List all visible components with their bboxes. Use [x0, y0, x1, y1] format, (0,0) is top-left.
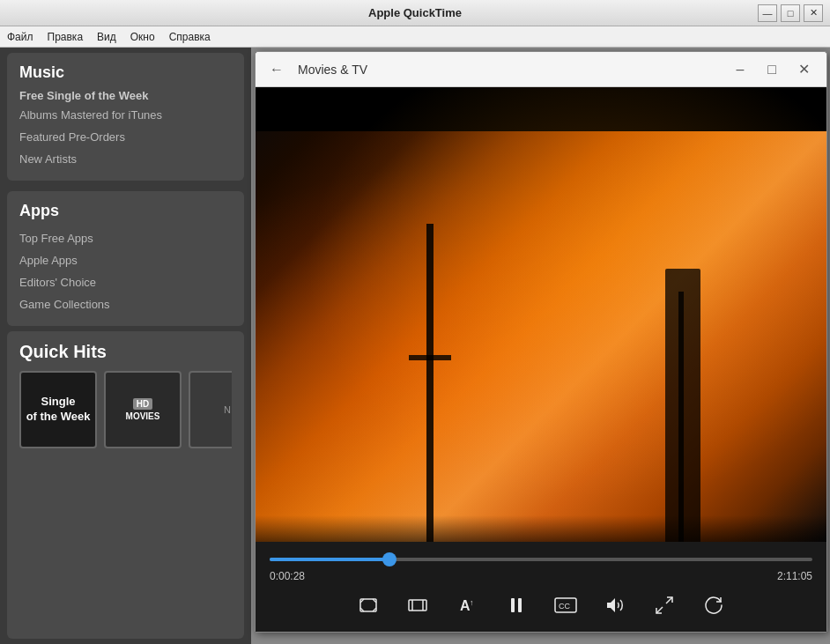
featured-preorders-link[interactable]: Featured Pre-Orders	[19, 126, 232, 148]
app-title: Apple QuickTime	[368, 6, 462, 19]
single-line2: of the Week	[26, 410, 91, 425]
progress-fill	[270, 558, 389, 561]
current-time: 0:00:28	[270, 570, 305, 582]
player-window: ← Movies & TV – □ ✕	[255, 51, 827, 633]
svg-rect-6	[511, 598, 515, 612]
maximize-button[interactable]: □	[781, 4, 800, 22]
window-controls: — □ ✕	[758, 4, 823, 22]
albums-mastered-link[interactable]: Albums Mastered for iTunes	[19, 104, 232, 126]
new-artists-link[interactable]: New Artists	[19, 148, 232, 170]
tower-left-arm	[409, 355, 451, 360]
tower-left	[426, 224, 434, 542]
video-area	[256, 87, 826, 542]
editors-choice-link[interactable]: Editors' Choice	[19, 271, 232, 293]
player-close-button[interactable]: ✕	[791, 60, 816, 79]
apps-section: Apps Top Free Apps Apple Apps Editors' C…	[7, 191, 244, 326]
main-layout: Music Free Single of the Week Albums Mas…	[0, 48, 830, 644]
video-bottom-bar	[256, 515, 826, 542]
replay-button[interactable]	[698, 589, 730, 621]
progress-bar-container[interactable]	[270, 551, 812, 568]
sidebar: Music Free Single of the Week Albums Mas…	[0, 48, 251, 644]
single-of-week-tile[interactable]: Single of the Week	[19, 371, 97, 448]
trim-button[interactable]	[402, 589, 434, 621]
svg-text:CC: CC	[559, 602, 570, 611]
hd-badge: HD	[133, 398, 152, 410]
hd-movies-tile[interactable]: HD MOVIES	[104, 371, 182, 448]
svg-line-11	[666, 597, 672, 603]
video-frame	[256, 87, 826, 542]
controls-area: 0:00:28 2:11:05	[256, 542, 826, 632]
free-single-link[interactable]: Free Single of the Week	[19, 89, 232, 102]
svg-rect-7	[518, 598, 522, 612]
progress-thumb[interactable]	[382, 552, 396, 566]
minimize-button[interactable]: —	[758, 4, 777, 22]
svg-line-12	[656, 607, 663, 613]
player-minimize-button[interactable]: –	[728, 60, 752, 79]
title-bar: Apple QuickTime — □ ✕	[0, 0, 830, 26]
apps-title: Apps	[19, 202, 232, 220]
music-title: Music	[19, 63, 232, 82]
apple-apps-link[interactable]: Apple Apps	[19, 249, 232, 271]
progress-track[interactable]	[270, 558, 812, 561]
text-button[interactable]: A ↑	[451, 589, 483, 621]
quick-hits-title: Quick Hits	[19, 342, 232, 362]
menu-edit[interactable]: Правка	[48, 31, 84, 43]
aspect-ratio-button[interactable]	[352, 589, 384, 621]
third-tile[interactable]: N	[189, 371, 232, 448]
back-button[interactable]: ←	[266, 58, 287, 81]
menu-view[interactable]: Вид	[97, 31, 116, 43]
volume-button[interactable]	[599, 589, 631, 621]
playback-controls: A ↑ CC	[270, 589, 812, 621]
svg-rect-1	[409, 600, 426, 611]
captions-button[interactable]: CC	[550, 589, 582, 621]
player-window-controls: – □ ✕	[728, 60, 816, 79]
svg-text:↑: ↑	[470, 598, 474, 607]
movies-label: MOVIES	[126, 411, 160, 421]
pause-button[interactable]	[500, 589, 532, 621]
video-glow	[256, 87, 826, 542]
player-maximize-button[interactable]: □	[760, 60, 784, 79]
game-collections-link[interactable]: Game Collections	[19, 293, 232, 315]
top-free-apps-link[interactable]: Top Free Apps	[19, 227, 232, 249]
total-time: 2:11:05	[777, 570, 812, 582]
time-labels: 0:00:28 2:11:05	[270, 570, 812, 582]
tower-right-small	[678, 292, 684, 542]
quick-hits-section: Quick Hits Single of the Week HD MOVIES …	[7, 331, 244, 639]
single-line1: Single	[41, 395, 75, 410]
menu-window[interactable]: Окно	[130, 31, 155, 43]
third-tile-label: N	[224, 404, 231, 415]
player-window-title: Movies & TV	[298, 63, 717, 77]
fullscreen-button[interactable]	[648, 589, 680, 621]
menu-bar: Файл Правка Вид Окно Справка	[0, 26, 830, 48]
svg-marker-10	[607, 598, 615, 612]
quick-hits-items: Single of the Week HD MOVIES N	[19, 371, 232, 448]
music-section: Music Free Single of the Week Albums Mas…	[7, 53, 244, 181]
close-button[interactable]: ✕	[804, 4, 823, 22]
menu-help[interactable]: Справка	[169, 31, 211, 43]
player-titlebar: ← Movies & TV – □ ✕	[256, 52, 826, 87]
menu-file[interactable]: Файл	[7, 31, 33, 43]
